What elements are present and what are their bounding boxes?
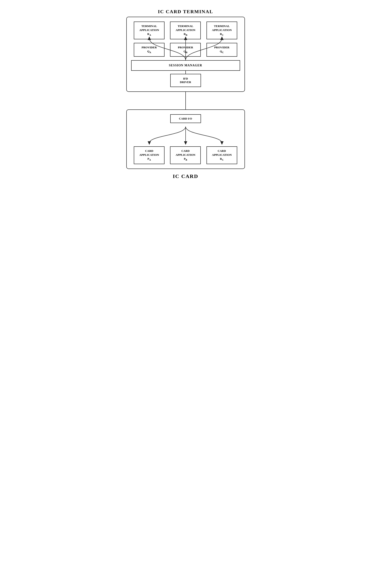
page: IC CARD TERMINAL TERMINALAPPLICATIONRA T…	[120, 0, 251, 192]
session-manager-box: SESSION MANAGER	[131, 60, 240, 71]
card-io-section: CARD I/O	[131, 114, 240, 144]
card-io-box: CARD I/O	[170, 114, 201, 123]
session-manager-row: SESSION MANAGER	[131, 60, 240, 71]
card-app-pb: CARDAPPLICATIONPB	[170, 146, 201, 164]
ic-card-box: CARD I/O CARDAPPLICATIONPA	[126, 109, 245, 169]
sub-pa: A	[149, 158, 151, 161]
card-section-label: IC CARD	[173, 173, 198, 179]
card-app-pa: CARDAPPLICATIONPA	[134, 146, 165, 164]
arrows-svg	[131, 10, 240, 60]
terminal-box: TERMINALAPPLICATIONRA TERMINALAPPLICATIO…	[126, 17, 245, 92]
sub-card-rc: C	[222, 158, 224, 161]
card-arcs-svg	[131, 126, 240, 144]
connector-section	[126, 92, 245, 109]
terminal-to-card-line	[186, 92, 186, 109]
card-apps-row: CARDAPPLICATIONPA CARDAPPLICATIONPB CARD…	[131, 146, 240, 164]
line-session-ifd	[186, 71, 186, 74]
card-app-rc: CARDAPPLICATIONRC	[206, 146, 237, 164]
ifd-row: IFDDRIVER	[131, 74, 240, 87]
sub-pb: B	[186, 158, 187, 161]
ifd-driver-box: IFDDRIVER	[170, 74, 201, 87]
